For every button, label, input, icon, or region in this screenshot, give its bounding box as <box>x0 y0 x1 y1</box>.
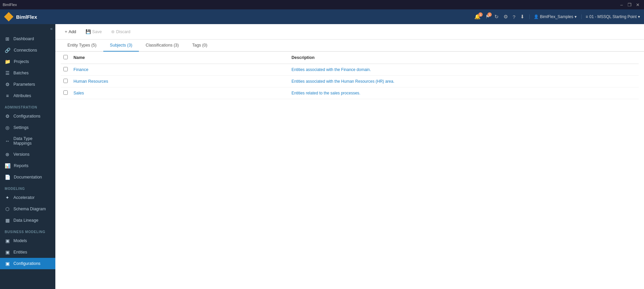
tab-label: Classifications (3) <box>146 43 179 48</box>
app-title: BimlFlex <box>3 3 17 7</box>
row-description: Entities related to the sales processes. <box>289 87 639 99</box>
close-button[interactable]: ✕ <box>634 1 641 8</box>
row-checkbox[interactable] <box>63 79 68 83</box>
sidebar-item-label: Dashboard <box>13 37 34 41</box>
content-area: + Add 💾 Save ⊗ Discard Entity Types (5) … <box>55 24 644 289</box>
sidebar: « ⊞ Dashboard 🔗 Connections 📁 Projects ☰… <box>0 24 55 289</box>
sidebar-item-label: Schema Diagram <box>13 207 46 211</box>
sidebar-item-projects[interactable]: 📁 Projects <box>0 56 55 67</box>
sidebar-item-attributes[interactable]: ≡ Attributes <box>0 90 55 101</box>
sidebar-item-label: Batches <box>13 71 29 75</box>
row-checkbox[interactable] <box>63 90 68 95</box>
sidebar-item-label: Accelerator <box>13 195 35 200</box>
row-checkbox[interactable] <box>63 67 68 71</box>
data-type-mappings-icon: ↔ <box>5 138 10 144</box>
versions-icon: ⊛ <box>5 152 10 157</box>
tab-entity-types[interactable]: Entity Types (5) <box>61 40 103 52</box>
sidebar-item-label: Versions <box>13 152 30 157</box>
user-dropdown-icon: ▾ <box>575 14 577 19</box>
batches-icon: ☰ <box>5 70 10 76</box>
documentation-icon: 📄 <box>5 174 10 180</box>
entities-icon: ▣ <box>5 249 10 255</box>
configurations-admin-icon: ⚙ <box>5 114 10 119</box>
title-bar-controls[interactable]: – ❐ ✕ <box>618 1 641 8</box>
tab-label: Subjects (3) <box>110 43 132 48</box>
env-icon: ≡ <box>586 14 588 19</box>
tab-tags[interactable]: Tags (0) <box>185 40 214 52</box>
user-name: BimlFlex_Samples <box>540 14 573 19</box>
row-checkbox-cell <box>61 87 71 99</box>
row-checkbox-cell <box>61 64 71 76</box>
logo-icon <box>4 12 13 21</box>
row-description: Entities associated with the Finance dom… <box>289 64 639 76</box>
row-name[interactable]: Human Resources <box>71 76 289 87</box>
sidebar-item-batches[interactable]: ☰ Batches <box>0 67 55 79</box>
sidebar-item-dashboard[interactable]: ⊞ Dashboard <box>0 33 55 45</box>
sidebar-item-documentation[interactable]: 📄 Documentation <box>0 171 55 183</box>
save-button[interactable]: 💾 Save <box>82 27 106 36</box>
header-environment[interactable]: ≡ 01 - MSSQL Starting Point ▾ <box>581 14 640 19</box>
sidebar-item-connections[interactable]: 🔗 Connections <box>0 45 55 56</box>
sidebar-item-configurations-admin[interactable]: ⚙ Configurations <box>0 111 55 122</box>
header-user[interactable]: 👤 BimlFlex_Samples ▾ <box>529 14 577 19</box>
section-business-modeling: BUSINESS MODELING <box>0 226 55 235</box>
tab-label: Entity Types (5) <box>67 43 97 48</box>
sidebar-item-label: Data Lineage <box>13 218 38 223</box>
sidebar-item-reports[interactable]: 📊 Reports <box>0 160 55 171</box>
table-body: FinanceEntities associated with the Fina… <box>61 64 639 99</box>
sidebar-item-label: Attributes <box>13 93 31 98</box>
sidebar-item-parameters[interactable]: ⚙ Parameters <box>0 79 55 90</box>
sidebar-item-label: Connections <box>14 48 37 53</box>
refresh-icon[interactable]: ↻ <box>494 14 499 20</box>
sidebar-collapse-button[interactable]: « <box>0 24 55 33</box>
flag-icon[interactable]: ⚑1 <box>485 14 490 20</box>
schema-diagram-icon: ⬡ <box>5 206 10 212</box>
add-button[interactable]: + Add <box>61 27 80 36</box>
sidebar-item-entities[interactable]: ▣ Entities <box>0 246 55 258</box>
sidebar-item-accelerator[interactable]: ✦ Accelerator <box>0 192 55 203</box>
sidebar-item-bm-configurations[interactable]: ▣ Configurations <box>0 258 55 269</box>
header-name: Name <box>71 52 289 64</box>
sidebar-item-versions[interactable]: ⊛ Versions <box>0 149 55 160</box>
projects-icon: 📁 <box>5 59 10 64</box>
sidebar-item-label: Settings <box>13 125 29 130</box>
table-row: SalesEntities related to the sales proce… <box>61 87 639 99</box>
sidebar-item-data-lineage[interactable]: ▦ Data Lineage <box>0 215 55 226</box>
flag-badge: 1 <box>487 12 492 17</box>
toolbar: + Add 💾 Save ⊗ Discard <box>55 24 644 40</box>
header-checkbox-cell <box>61 52 71 64</box>
parameters-icon: ⚙ <box>5 82 10 87</box>
help-icon[interactable]: ? <box>513 14 515 20</box>
select-all-checkbox[interactable] <box>63 55 68 59</box>
minimize-button[interactable]: – <box>618 1 625 8</box>
sidebar-item-label: Parameters <box>13 82 35 87</box>
restore-button[interactable]: ❐ <box>626 1 633 8</box>
discard-icon: ⊗ <box>111 29 115 34</box>
app-logo: BimlFlex <box>4 12 37 21</box>
settings-icon: ◎ <box>5 125 10 130</box>
attributes-icon: ≡ <box>5 93 10 98</box>
tab-label: Tags (0) <box>192 43 207 48</box>
row-name[interactable]: Sales <box>71 87 289 99</box>
table-header: Name Description <box>61 52 639 64</box>
discard-label: Discard <box>116 29 130 34</box>
models-icon: ▣ <box>5 238 10 243</box>
bm-configurations-icon: ▣ <box>5 261 10 266</box>
sidebar-item-models[interactable]: ▣ Models <box>0 235 55 246</box>
save-label: Save <box>92 29 102 34</box>
sidebar-item-label: Configurations <box>13 261 41 266</box>
sidebar-item-schema-diagram[interactable]: ⬡ Schema Diagram <box>0 203 55 215</box>
sidebar-item-label: Configurations <box>13 114 41 119</box>
sidebar-item-label: Reports <box>14 163 29 168</box>
sidebar-item-data-type-mappings[interactable]: ↔ Data Type Mappings <box>0 133 55 149</box>
tab-subjects[interactable]: Subjects (3) <box>103 40 139 52</box>
notifications-icon[interactable]: 🔔1 <box>474 14 481 20</box>
sidebar-item-settings[interactable]: ◎ Settings <box>0 122 55 133</box>
download-icon[interactable]: ⬇ <box>520 14 525 20</box>
tabs-bar: Entity Types (5) Subjects (3) Classifica… <box>55 40 644 52</box>
build-icon[interactable]: ⚙ <box>503 14 508 20</box>
discard-button[interactable]: ⊗ Discard <box>107 27 134 36</box>
row-name[interactable]: Finance <box>71 64 289 76</box>
tab-classifications[interactable]: Classifications (3) <box>139 40 185 52</box>
section-modeling: MODELING <box>0 183 55 192</box>
